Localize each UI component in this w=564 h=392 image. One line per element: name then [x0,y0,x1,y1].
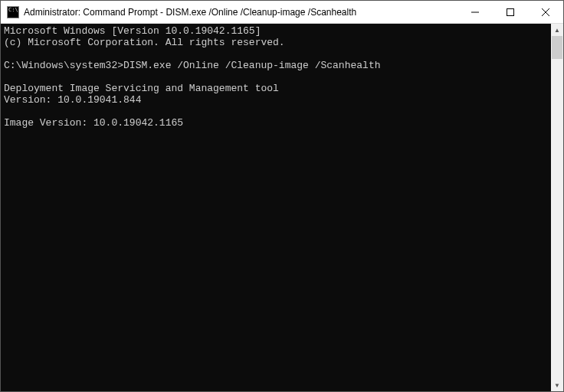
vertical-scrollbar[interactable]: ▲ ▼ [551,24,563,391]
window-controls [457,1,563,23]
scrollbar-thumb[interactable] [552,36,562,59]
titlebar[interactable]: Administrator: Command Prompt - DISM.exe… [1,1,563,24]
console-line: (c) Microsoft Corporation. All rights re… [4,37,285,48]
minimize-icon [471,8,479,16]
cmd-icon [7,6,19,18]
close-button[interactable] [528,1,563,23]
close-icon [542,8,549,16]
svg-rect-1 [507,8,514,15]
console-line: Image Version: 10.0.19042.1165 [4,117,183,129]
command-prompt-window: Administrator: Command Prompt - DISM.exe… [0,0,564,392]
console-area: Microsoft Windows [Version 10.0.19042.11… [1,24,563,391]
window-title: Administrator: Command Prompt - DISM.exe… [24,7,457,18]
console-prompt-line: C:\Windows\system32>DISM.exe /Online /Cl… [4,60,380,71]
console-line: Deployment Image Servicing and Managemen… [4,83,279,94]
console-line: Microsoft Windows [Version 10.0.19042.11… [4,25,261,37]
scroll-up-button[interactable]: ▲ [551,24,563,36]
console-line: Version: 10.0.19041.844 [4,94,141,106]
maximize-icon [507,8,514,16]
console-output[interactable]: Microsoft Windows [Version 10.0.19042.11… [1,24,551,391]
minimize-button[interactable] [457,1,493,23]
scroll-down-button[interactable]: ▼ [551,379,563,391]
maximize-button[interactable] [493,1,528,23]
